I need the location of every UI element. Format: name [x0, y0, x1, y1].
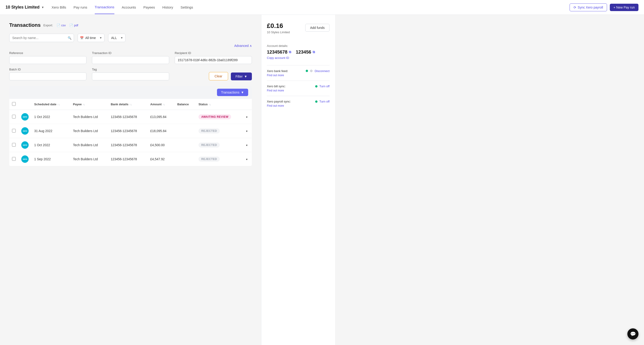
sort-code-copy-icon[interactable]: ⧉	[289, 50, 291, 54]
table-row: xero 1 Oct 2022 Tech Builders Ltd 123456…	[9, 138, 252, 152]
recipient-id-input[interactable]	[175, 56, 252, 64]
payroll-sync-turnoff-link[interactable]: Turn off	[319, 100, 330, 103]
balance-header: Balance	[174, 99, 196, 110]
advanced-button[interactable]: Advanced ∧	[234, 44, 252, 47]
transactions-dropdown-button[interactable]: Transactions ▼	[217, 89, 248, 96]
account-name: 10 Styles Limited	[267, 30, 290, 34]
search-icon-button[interactable]: 🔍	[68, 36, 72, 40]
payroll-sync-find-out-link[interactable]: Find out more	[267, 104, 330, 107]
account-number: 123456 ⧉	[296, 49, 315, 55]
batch-id-input[interactable]	[9, 72, 86, 80]
filter-button[interactable]: Filter ▼	[231, 72, 252, 80]
table-row: xero 1 Sep 2022 Tech Builders Ltd 123456…	[9, 152, 252, 166]
row-checkbox-cell	[9, 138, 18, 152]
sidebar: £0.16 10 Styles Limited Add funds Accoun…	[261, 15, 335, 345]
row-date: 1 Sep 2022	[32, 152, 70, 166]
balance-row: £0.16 10 Styles Limited Add funds	[267, 22, 330, 38]
reference-input[interactable]	[9, 56, 86, 64]
brand: 10 Styles Limited ▼	[6, 5, 44, 10]
csv-doc-icon: 📄	[56, 23, 60, 27]
row-balance	[174, 124, 196, 138]
xero-avatar: xero	[21, 141, 29, 149]
row-dropdown-icon[interactable]: ▾	[246, 130, 248, 133]
reference-label: Reference	[9, 51, 86, 55]
chat-button[interactable]: 💬	[627, 328, 638, 340]
copy-account-id-link[interactable]: Copy account ID	[267, 56, 330, 59]
transaction-id-input[interactable]	[92, 56, 169, 64]
nav-item-accounts[interactable]: Accounts	[122, 1, 136, 14]
sync-icon: ⟳	[574, 5, 576, 9]
bank-feed-find-out-link[interactable]: Find out more	[267, 74, 330, 77]
row-checkbox-cell	[9, 152, 18, 166]
tag-label: Tag	[92, 68, 169, 71]
nav-item-pay-runs[interactable]: Pay runs	[74, 1, 87, 14]
bill-sync-turnoff-link[interactable]: Turn off	[319, 84, 330, 88]
status-badge: REJECTED	[198, 128, 220, 133]
row-dropdown-icon[interactable]: ▾	[246, 158, 248, 161]
scheduled-date-sort-icon[interactable]: ↑↓	[57, 103, 60, 106]
balance-amount: £0.16	[267, 22, 290, 29]
row-avatar-cell: xero	[18, 110, 32, 124]
disconnect-link[interactable]: Disconnect	[315, 69, 330, 73]
payee-sort-icon[interactable]: ↑↓	[82, 103, 85, 106]
account-number-copy-icon[interactable]: ⧉	[313, 50, 315, 54]
row-amount: £4,500.00	[148, 138, 174, 152]
header: 10 Styles Limited ▼ Xero BillsPay runsTr…	[0, 0, 644, 15]
amount-sort-icon[interactable]: ↑↓	[162, 103, 165, 106]
xero-avatar: xero	[21, 113, 29, 121]
row-checkbox[interactable]	[12, 115, 16, 118]
payee-header: Payee ↑↓	[70, 99, 108, 110]
row-checkbox[interactable]	[12, 143, 16, 147]
bank-feed-gear-icon[interactable]: ⚙	[310, 69, 313, 73]
xero-bill-sync-controls: Turn off	[315, 84, 330, 88]
time-filter-select[interactable]: All time	[78, 34, 104, 42]
select-all-checkbox[interactable]	[12, 102, 16, 106]
search-container: 🔍	[9, 34, 74, 42]
clear-button[interactable]: Clear	[209, 72, 228, 80]
nav-item-xero-bills[interactable]: Xero Bills	[52, 1, 66, 14]
transactions-table-container: Scheduled date ↑↓ Payee ↑↓	[9, 99, 252, 166]
bank-details-sort-icon[interactable]: ↑↓	[130, 103, 132, 106]
row-payee: Tech Builders Ltd	[70, 110, 108, 124]
bill-sync-find-out-link[interactable]: Find out more	[267, 89, 330, 92]
row-date: 1 Oct 2022	[32, 110, 70, 124]
export-csv-link[interactable]: 📄 csv	[56, 23, 66, 27]
status-filter-wrapper: ALL ▼	[108, 34, 126, 42]
bill-sync-status-dot	[315, 85, 318, 87]
row-checkbox[interactable]	[12, 129, 16, 133]
nav-item-history[interactable]: History	[162, 1, 173, 14]
divider-3	[267, 96, 330, 96]
xero-payroll-sync-controls: Turn off	[315, 100, 330, 103]
row-checkbox[interactable]	[12, 157, 16, 161]
search-input[interactable]	[9, 34, 74, 42]
status-sort-icon[interactable]: ↑↓	[209, 103, 211, 106]
xero-payroll-sync-row: Xero payroll sync: Turn off Find out mor…	[267, 100, 330, 107]
actions-header	[243, 99, 252, 110]
row-balance	[174, 138, 196, 152]
status-filter-select[interactable]: ALL	[108, 34, 126, 42]
nav-item-payees[interactable]: Payees	[144, 1, 155, 14]
row-bank-details: 123456-12345678	[108, 110, 148, 124]
xero-bill-sync-label: Xero bill sync:	[267, 84, 286, 88]
row-dropdown-icon[interactable]: ▾	[246, 144, 248, 147]
recipient-id-filter-group: Recipient ID	[175, 51, 252, 64]
row-avatar-cell: xero	[18, 152, 32, 166]
status-badge: REJECTED	[198, 142, 220, 148]
export-pdf-link[interactable]: 📄 pdf	[69, 23, 78, 27]
search-icon: 🔍	[68, 36, 72, 40]
row-dropdown-cell: ▾	[243, 124, 252, 138]
nav-item-settings[interactable]: Settings	[180, 1, 193, 14]
row-status: REJECTED	[196, 152, 243, 166]
sync-xero-button[interactable]: ⟳ Sync Xero payroll	[570, 3, 607, 11]
add-funds-button[interactable]: Add funds	[305, 24, 330, 32]
row-payee: Tech Builders Ltd	[70, 152, 108, 166]
row-dropdown-icon[interactable]: ▾	[246, 115, 248, 119]
tag-input[interactable]	[92, 72, 169, 80]
page-title-row: Transactions Export: 📄 csv 📄 pdf	[9, 22, 252, 28]
new-pay-run-button[interactable]: + New Pay run	[610, 4, 638, 11]
row-date: 31 Aug 2022	[32, 124, 70, 138]
account-details-label: Account details:	[267, 44, 330, 47]
status-header: Status ↑↓	[196, 99, 243, 110]
brand-dropdown-icon[interactable]: ▼	[41, 6, 44, 9]
nav-item-transactions[interactable]: Transactions	[95, 0, 114, 14]
